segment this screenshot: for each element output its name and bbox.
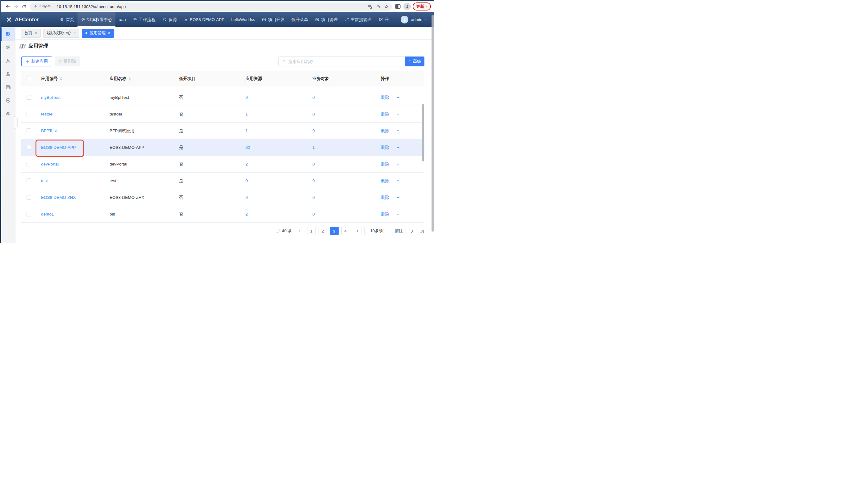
page-button-1[interactable]: 1 bbox=[307, 226, 316, 235]
nav-item-项目管理[interactable]: 项目管理 bbox=[311, 12, 341, 27]
business-objects-link[interactable]: 0 bbox=[312, 162, 315, 166]
browser-menu-dots-icon[interactable] bbox=[426, 4, 428, 9]
row-checkbox[interactable] bbox=[27, 95, 31, 100]
search-box[interactable] bbox=[278, 57, 405, 66]
brand[interactable]: AFCenter bbox=[1, 16, 43, 24]
page-size-select[interactable]: 10条/页 bbox=[364, 226, 390, 235]
user-menu[interactable]: admin bbox=[395, 12, 434, 27]
tab-组织权限中心[interactable]: 组织权限中心× bbox=[43, 29, 79, 38]
sort-icon[interactable] bbox=[60, 77, 62, 81]
nav-item-低开菜单[interactable]: 低开菜单 bbox=[288, 12, 311, 27]
more-actions-button[interactable] bbox=[396, 112, 401, 116]
row-checkbox[interactable] bbox=[27, 112, 31, 116]
tab-close-icon[interactable]: × bbox=[35, 31, 37, 35]
business-objects-link[interactable]: 1 bbox=[312, 145, 315, 150]
nav-item-资源[interactable]: 资源 bbox=[159, 12, 180, 27]
delete-link[interactable]: 删除 bbox=[381, 178, 389, 184]
sidebar-item-stamp[interactable] bbox=[1, 67, 15, 81]
sidepanel-toggle-icon[interactable] bbox=[394, 3, 402, 10]
more-actions-button[interactable] bbox=[396, 128, 401, 133]
app-resources-link[interactable]: 62 bbox=[245, 145, 250, 150]
more-actions-button[interactable] bbox=[396, 195, 401, 200]
delete-link[interactable]: 删除 bbox=[381, 128, 389, 134]
sidebar-item-document[interactable] bbox=[1, 81, 15, 94]
nav-item-aaa[interactable]: aaa bbox=[116, 12, 129, 27]
delete-link[interactable]: 删除 bbox=[381, 95, 389, 100]
browser-forward-button[interactable] bbox=[12, 2, 20, 10]
window-scrollbar-thumb[interactable] bbox=[432, 15, 434, 232]
delete-link[interactable]: 删除 bbox=[381, 112, 389, 117]
menu-overflow-chevron-icon[interactable] bbox=[390, 18, 395, 21]
business-objects-link[interactable]: 0 bbox=[312, 112, 315, 116]
app-resources-link[interactable]: 1 bbox=[245, 112, 248, 116]
new-app-button[interactable]: 新建应用 bbox=[21, 57, 52, 66]
sidebar-item-user[interactable] bbox=[1, 54, 15, 67]
row-checkbox[interactable] bbox=[27, 128, 31, 133]
select-all-checkbox[interactable] bbox=[27, 77, 31, 81]
next-page-button[interactable] bbox=[353, 226, 362, 235]
app-resources-link[interactable]: 0 bbox=[245, 179, 248, 183]
batch-delete-button[interactable]: 批量删除 bbox=[55, 57, 80, 66]
column-header-应用名称[interactable]: 应用名称 bbox=[105, 76, 174, 82]
app-code-link[interactable]: demo1 bbox=[41, 212, 54, 216]
app-resources-link[interactable]: 2 bbox=[245, 162, 248, 166]
delete-link[interactable]: 删除 bbox=[381, 161, 389, 167]
nav-item-首页[interactable]: 首页 bbox=[56, 12, 78, 27]
browser-profile-avatar[interactable] bbox=[403, 3, 411, 10]
app-code-link[interactable]: myBpfTest bbox=[41, 95, 61, 100]
sidebar-item-eye[interactable] bbox=[1, 107, 15, 120]
delete-link[interactable]: 删除 bbox=[381, 212, 389, 217]
more-actions-button[interactable] bbox=[396, 162, 401, 166]
business-objects-link[interactable]: 0 bbox=[312, 195, 315, 200]
row-checkbox[interactable] bbox=[27, 145, 31, 150]
search-input[interactable] bbox=[288, 59, 402, 64]
tab-应用管理[interactable]: 应用管理× bbox=[82, 29, 114, 38]
nav-item-项目开发[interactable]: 项目开发 bbox=[258, 12, 288, 27]
row-checkbox[interactable] bbox=[27, 179, 31, 183]
sidebar-expand-handle[interactable] bbox=[14, 116, 18, 129]
page-button-4[interactable]: 4 bbox=[341, 226, 350, 235]
business-objects-link[interactable]: 0 bbox=[312, 212, 315, 216]
more-actions-button[interactable] bbox=[396, 179, 401, 183]
prev-page-button[interactable] bbox=[296, 226, 304, 235]
row-checkbox[interactable] bbox=[27, 212, 31, 216]
goto-page-input[interactable] bbox=[406, 226, 418, 235]
sort-icon[interactable] bbox=[128, 77, 131, 81]
browser-update-button[interactable]: 更新 bbox=[413, 2, 431, 10]
nav-item-组织权限中心[interactable]: 组织权限中心 bbox=[78, 12, 116, 27]
app-code-link[interactable]: EOS8-DEMO-ZHX bbox=[41, 195, 76, 200]
delete-link[interactable]: 删除 bbox=[381, 195, 389, 201]
row-checkbox[interactable] bbox=[27, 162, 31, 166]
advanced-search-button[interactable]: 高级 bbox=[405, 57, 425, 66]
nav-item-工作流程[interactable]: 工作流程 bbox=[129, 12, 159, 27]
row-checkbox[interactable] bbox=[27, 195, 31, 200]
app-resources-link[interactable]: 9 bbox=[245, 95, 248, 100]
sidebar-item-team[interactable] bbox=[1, 41, 15, 54]
app-resources-link[interactable]: 2 bbox=[245, 212, 248, 216]
more-actions-button[interactable] bbox=[396, 212, 401, 216]
browser-back-button[interactable] bbox=[4, 2, 12, 10]
app-resources-link[interactable]: 1 bbox=[245, 128, 248, 133]
tab-close-icon[interactable]: × bbox=[108, 31, 110, 35]
business-objects-link[interactable]: 0 bbox=[312, 95, 315, 100]
nav-item-helloWorldss[interactable]: helloWorldss bbox=[228, 12, 258, 27]
column-header-应用编号[interactable]: 应用编号 bbox=[36, 76, 105, 82]
window-scrollbar[interactable] bbox=[432, 14, 434, 242]
share-icon[interactable] bbox=[374, 2, 382, 10]
address-bar[interactable]: 不安全 10.15.15.151:13082/#/menu_auth/app bbox=[30, 2, 392, 11]
table-scrollbar-thumb[interactable] bbox=[422, 104, 424, 161]
app-code-link[interactable]: BFPTest bbox=[41, 128, 57, 133]
tab-首页[interactable]: 首页× bbox=[21, 29, 41, 38]
app-resources-link[interactable]: 0 bbox=[245, 195, 248, 200]
bookmark-star-icon[interactable] bbox=[382, 2, 390, 10]
page-button-2[interactable]: 2 bbox=[318, 226, 327, 235]
nav-item-主数据管理[interactable]: 主数据管理 bbox=[341, 12, 375, 27]
sidebar-item-apps-grid[interactable] bbox=[1, 28, 15, 41]
nav-item-开[interactable]: 开 bbox=[375, 12, 390, 27]
more-actions-button[interactable] bbox=[396, 145, 401, 150]
app-code-link[interactable]: EOS8-DEMO-APP bbox=[41, 145, 76, 150]
nav-item-EOS8-DEMO-APP[interactable]: EOS8-DEMO-APP bbox=[180, 12, 228, 27]
page-button-3[interactable]: 3 bbox=[330, 226, 339, 235]
app-code-link[interactable]: devPortal bbox=[41, 162, 59, 166]
business-objects-link[interactable]: 0 bbox=[312, 128, 315, 133]
